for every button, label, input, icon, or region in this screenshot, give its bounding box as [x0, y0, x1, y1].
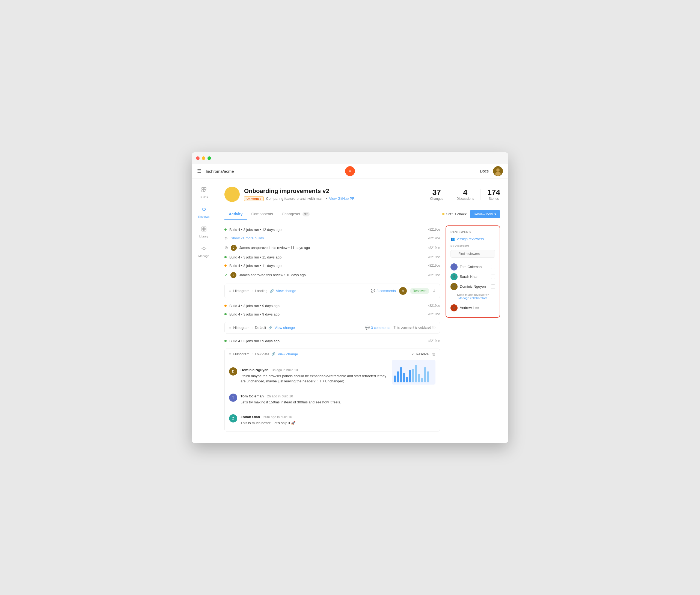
comment-icon-2: 💬: [365, 325, 370, 330]
tabs-right: Status check Review now ▾: [442, 210, 500, 218]
manage-collaborators-link[interactable]: Manage collaborators: [450, 296, 495, 300]
minimize-button[interactable]: [202, 157, 205, 160]
file-change-header-2: ≡ Histogram : Default 🔗 View change 💬 3 …: [229, 325, 436, 330]
file-actions-3: ✓ Resolve 🗑: [411, 352, 436, 356]
comment-body-1: Dominic Nguyen 3h ago in build 10 I thin…: [241, 367, 387, 384]
nav-right: Docs: [480, 166, 503, 176]
activity-item-build-more3: Build 4 • 3 jobs run • 9 days ago x8219c…: [224, 337, 440, 345]
bar-6: [409, 370, 411, 382]
person-add-icon: 👥: [450, 237, 455, 241]
tab-activity[interactable]: Activity: [224, 208, 247, 220]
pr-comparing: Comparing feature-branch with main: [266, 197, 323, 201]
stat-divider-1: [450, 189, 450, 200]
build-text-4: Build 4 • 3 jobs run • 11 days ago: [229, 264, 425, 268]
stat-stories-number: 174: [487, 188, 500, 197]
content-area: Onboarding improvements v2 Unmerged Comp…: [216, 178, 508, 443]
sarah-name: Sarah Khan: [460, 275, 489, 279]
file-change-header-1: ≡ Histogram : Loading 🔗 View change 💬 3 …: [229, 287, 436, 295]
svg-rect-10: [202, 229, 204, 231]
outdated-badge: This comment is outdated ⓘ: [394, 325, 436, 330]
tom-checkbox[interactable]: [491, 265, 495, 269]
resolve-button[interactable]: ✓ Resolve: [411, 352, 429, 356]
dominic-name: Dominic Nguyen: [460, 284, 489, 288]
sidebar-item-builds[interactable]: Builds: [194, 184, 214, 201]
view-change-link-1[interactable]: View change: [276, 289, 296, 293]
svg-rect-9: [204, 227, 206, 229]
file-change-default: ≡ Histogram : Default 🔗 View change 💬 3 …: [224, 322, 440, 334]
maximize-button[interactable]: [207, 157, 211, 160]
pr-meta: Unmerged Comparing feature-branch with m…: [244, 196, 426, 201]
show-more-builds-link[interactable]: Show 21 more builds: [231, 236, 264, 240]
pr-info: Onboarding improvements v2 Unmerged Comp…: [244, 188, 426, 201]
menu-icon[interactable]: ☰: [197, 168, 201, 174]
close-button[interactable]: [196, 157, 200, 160]
bar-3: [400, 367, 402, 382]
reviewer-sarah: S Sarah Khan: [450, 272, 495, 282]
bar-5: [406, 377, 408, 382]
find-reviewers-input[interactable]: [450, 250, 495, 258]
review-now-button[interactable]: Review now ▾: [470, 210, 500, 218]
sidebar-item-reviews[interactable]: Reviews: [194, 204, 214, 221]
stat-discussions-number: 4: [456, 188, 474, 197]
stat-stories: 174 Stories: [487, 188, 500, 201]
james-avatar-small: J: [231, 245, 237, 251]
activity-column: Build 4 • 3 jobs run • 12 days ago x8219…: [224, 225, 440, 435]
comment-author-2: Tom Coleman: [241, 394, 264, 398]
chart-thumbnail: [392, 360, 436, 385]
traffic-lights: [196, 157, 211, 160]
comment-text-1: I think maybe the browser panels should …: [241, 373, 387, 384]
stat-discussions: 4 Discussions: [456, 188, 474, 201]
docs-link[interactable]: Docs: [480, 169, 489, 173]
svg-point-3: [496, 168, 500, 172]
resolved-badge: Resolved: [410, 288, 429, 294]
tabs: Activity Components Changeset 37 Status …: [224, 208, 500, 220]
reviewers-panel: REVIEWERS 👥 Assign reviewers REVIEWERS 🔍…: [446, 225, 500, 318]
reviewers-panel-title: REVIEWERS: [450, 230, 495, 234]
comment-count-2[interactable]: 💬 3 comments: [365, 325, 390, 330]
build-dot-green-3: [224, 256, 227, 258]
build-dot-green: [224, 228, 227, 231]
tom-avatar-comment: T: [229, 394, 237, 402]
unapprove-hash: x8219ce: [428, 246, 440, 250]
user-avatar[interactable]: [493, 166, 503, 176]
view-change-link-2[interactable]: View change: [275, 325, 295, 330]
reviews-icon: [201, 206, 207, 214]
builds-label: Builds: [200, 195, 208, 199]
svg-rect-8: [202, 227, 204, 229]
reviewer-tom: T Tom Coleman: [450, 262, 495, 272]
build-text-more3: Build 4 • 3 jobs run • 9 days ago: [229, 339, 425, 343]
build-hash-more3: x8219ce: [428, 339, 440, 343]
activity-item-unapprove: ⊗ J James unapproved this review • 11 da…: [224, 243, 440, 253]
build-dot-green-more2: [224, 313, 227, 315]
undo-icon[interactable]: ↺: [432, 289, 436, 293]
view-change-link-3[interactable]: View change: [278, 352, 298, 356]
build-text-3: Build 4 • 3 jobs run • 11 days ago: [229, 255, 425, 259]
sidebar-item-manage[interactable]: Manage: [194, 243, 214, 260]
sarah-checkbox[interactable]: [491, 275, 495, 279]
pr-icon: [224, 187, 240, 202]
bar-7: [412, 369, 414, 382]
build-hash-4: x8219ce: [428, 264, 440, 267]
tab-changeset[interactable]: Changeset 37: [277, 208, 314, 220]
comment-meta-3: 50m ago in build 10: [263, 415, 292, 419]
activity-item-build4: Build 4 • 3 jobs run • 11 days ago x8219…: [224, 261, 440, 270]
dominic-checkbox[interactable]: [491, 284, 495, 289]
tom-name: Tom Coleman: [460, 265, 489, 269]
view-github-link[interactable]: View GitHub PR: [329, 197, 355, 201]
comment-count-1[interactable]: 💬 3 comments: [371, 289, 396, 293]
file-actions-1: 💬 3 comments A Resolved ↺: [371, 287, 436, 295]
tab-components[interactable]: Components: [247, 208, 277, 220]
assign-reviewers-button[interactable]: 👥 Assign reviewers: [450, 237, 495, 241]
andrew-avatar: A: [450, 304, 457, 311]
reviewer-dominic: D Dominic Nguyen: [450, 282, 495, 291]
file-change-loading: ≡ Histogram : Loading 🔗 View change 💬 3 …: [224, 284, 440, 298]
info-icon: ⓘ: [432, 325, 436, 330]
delete-icon[interactable]: 🗑: [432, 352, 436, 356]
sidebar-item-library[interactable]: Library: [194, 223, 214, 241]
svg-rect-5: [202, 188, 204, 190]
svg-rect-6: [202, 190, 204, 192]
build-text-1: Build 4 • 3 jobs run • 12 days ago: [229, 228, 425, 232]
sarah-avatar: S: [450, 273, 457, 280]
file-lines-icon-3: ≡: [229, 352, 231, 356]
reviewers-column: REVIEWERS 👥 Assign reviewers REVIEWERS 🔍…: [446, 225, 500, 435]
